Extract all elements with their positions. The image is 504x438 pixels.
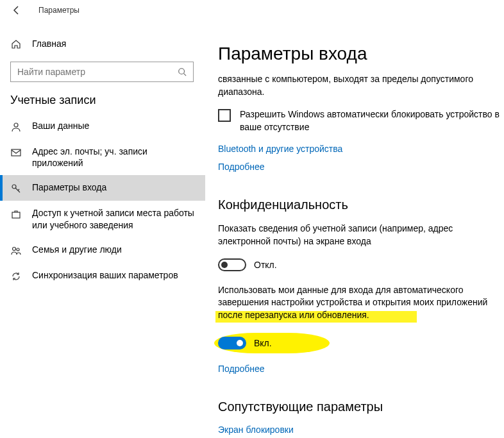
back-button[interactable] [10, 4, 23, 17]
sync-icon [10, 271, 22, 282]
highlighted-toggle: Вкл. [214, 333, 330, 353]
content: Параметры входа связанные с компьютером,… [205, 21, 504, 438]
svg-point-6 [17, 248, 19, 251]
learn-more-link[interactable]: Подробнее [218, 162, 504, 172]
show-account-toggle[interactable] [218, 258, 246, 271]
related-section-title: Сопутствующие параметры [218, 400, 504, 414]
home-icon [10, 38, 22, 50]
mail-icon [10, 147, 22, 158]
sidebar-nav: Ваши данные Адрес эл. почты; уч. записи … [10, 114, 205, 289]
svg-rect-4 [12, 212, 20, 218]
sidebar: Главная Учетные записи Ваши данные Адрес… [0, 21, 205, 438]
lock-description: связанные с компьютером, выходят за пред… [218, 73, 500, 98]
lockscreen-link[interactable]: Экран блокировки [218, 425, 504, 435]
sidebar-item-email[interactable]: Адрес эл. почты; уч. записи приложений [10, 139, 205, 175]
toggle-on-label: Вкл. [254, 338, 272, 348]
privacy-desc-2: Использовать мои данные для входа для ав… [218, 284, 500, 322]
app-title: Параметры [38, 6, 80, 15]
auto-lock-checkbox[interactable] [218, 109, 231, 122]
arrow-left-icon [12, 5, 22, 15]
briefcase-icon [10, 208, 22, 220]
svg-rect-2 [12, 149, 21, 156]
sidebar-item-label: Синхронизация ваших параметров [32, 269, 178, 281]
auto-lock-checkbox-row: Разрешить Windows автоматически блокиров… [218, 108, 504, 133]
sidebar-home-label: Главная [32, 38, 66, 49]
sidebar-item-work-access[interactable]: Доступ к учетной записи места работы или… [10, 201, 205, 237]
toggle-off-label: Откл. [254, 260, 277, 270]
checkbox-label: Разрешить Windows автоматически блокиров… [240, 108, 504, 133]
sidebar-item-label: Ваши данные [32, 120, 89, 131]
search-icon [178, 67, 187, 76]
svg-point-1 [14, 123, 18, 127]
sidebar-home[interactable]: Главная [10, 31, 205, 56]
people-icon [10, 245, 22, 257]
search-box[interactable] [10, 62, 194, 82]
use-signin-toggle[interactable] [218, 337, 246, 350]
sidebar-category: Учетные записи [10, 94, 205, 107]
privacy-desc-1: Показать сведения об учетной записи (нап… [218, 223, 500, 248]
learn-more-link-2[interactable]: Подробнее [218, 364, 504, 374]
key-icon [10, 183, 22, 194]
sidebar-item-your-info[interactable]: Ваши данные [10, 114, 205, 139]
sidebar-item-family[interactable]: Семья и другие люди [10, 237, 205, 263]
sidebar-item-label: Семья и другие люди [32, 244, 122, 255]
use-signin-toggle-row: Вкл. [218, 337, 272, 350]
bluetooth-link[interactable]: Bluetooth и другие устройства [218, 144, 504, 154]
search-input[interactable] [17, 67, 178, 77]
svg-point-5 [13, 247, 16, 250]
sidebar-item-label: Адрес эл. почты; уч. записи приложений [32, 146, 196, 169]
page-title: Параметры входа [218, 44, 504, 64]
titlebar: Параметры [0, 0, 504, 21]
sidebar-item-signin-options[interactable]: Параметры входа [0, 175, 205, 201]
show-account-toggle-row: Откл. [218, 258, 504, 271]
sidebar-item-label: Доступ к учетной записи места работы или… [32, 207, 196, 230]
privacy-section-title: Конфиденциальность [218, 198, 504, 212]
svg-point-0 [179, 69, 185, 74]
sidebar-item-sync[interactable]: Синхронизация ваших параметров [10, 263, 205, 289]
person-icon [10, 121, 22, 133]
sidebar-item-label: Параметры входа [32, 181, 106, 193]
